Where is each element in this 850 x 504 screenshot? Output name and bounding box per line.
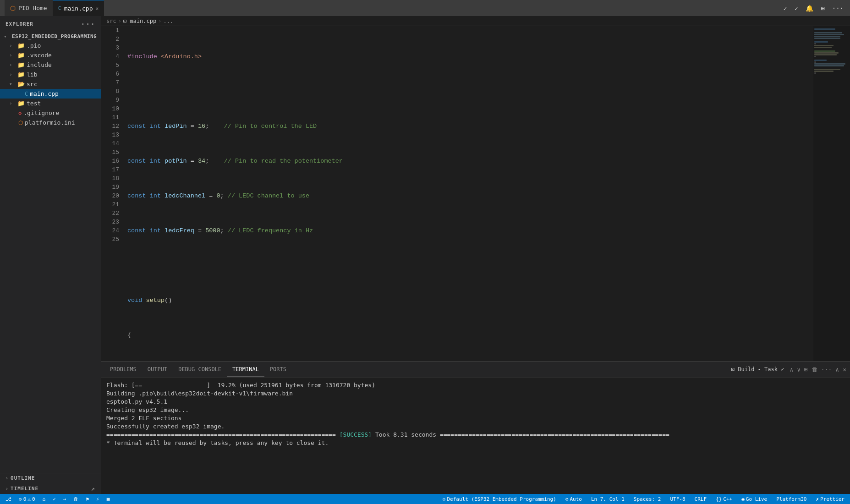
tab-problems[interactable]: PROBLEMS: [104, 362, 142, 377]
sidebar-item-platformio[interactable]: ⬡ platformio.ini: [0, 118, 101, 127]
golive-icon: ◉: [741, 496, 745, 502]
timeline-label: TIMELINE: [11, 486, 38, 492]
trash-panel-icon[interactable]: 🗑: [812, 366, 817, 373]
status-auto[interactable]: ⚙ Auto: [564, 496, 584, 502]
panel-actions: ⊡ Build - Task ✓ ∧ ∨ ⊞ 🗑 ··· ∧ ✕: [731, 366, 846, 373]
sidebar-item-main-cpp[interactable]: C main.cpp: [0, 89, 101, 99]
status-ln-col[interactable]: Ln 7, Col 1: [589, 496, 626, 502]
cpp-tab-icon: C: [58, 5, 61, 11]
terminal-line-4: Creating esp32 image...: [106, 406, 845, 414]
tab-debug-console[interactable]: DEBUG CONSOLE: [173, 362, 227, 377]
sidebar-item-src[interactable]: ▾ 📂 src: [0, 79, 101, 89]
env-label: Default (ESP32_Embedded_Programming): [447, 496, 556, 502]
checkmark-icon[interactable]: ✓: [781, 4, 789, 13]
timeline-section-header[interactable]: › TIMELINE ↗: [0, 483, 101, 494]
lang-label: C++: [723, 496, 732, 502]
trash-icon: 🗑: [73, 496, 78, 502]
status-go-live[interactable]: ◉ Go Live: [740, 496, 769, 502]
sidebar-item-gitignore[interactable]: ⚙ .gitignore: [0, 108, 101, 118]
tab-output[interactable]: OUTPUT: [142, 362, 173, 377]
warning-icon: ⚠: [27, 496, 31, 502]
code-line-3: const int ledPin = 16; // Pin to control…: [127, 122, 813, 131]
sidebar-more-button[interactable]: ···: [81, 20, 95, 28]
status-default-env[interactable]: ⊙ Default (ESP32_Embedded_Programming): [441, 496, 558, 502]
folder-icon: 📁: [17, 71, 25, 78]
tab-main-cpp[interactable]: C main.cpp ✕: [53, 0, 104, 16]
status-terminal[interactable]: ▦: [105, 496, 112, 502]
status-spaces[interactable]: Spaces: 2: [632, 496, 663, 502]
sidebar-item-test[interactable]: › 📁 test: [0, 99, 101, 108]
status-platformio[interactable]: PlatformIO: [774, 496, 808, 502]
status-lang[interactable]: {} C++: [714, 496, 734, 502]
status-flag[interactable]: ⚑: [84, 496, 91, 502]
output-tab-label: OUTPUT: [148, 366, 167, 373]
status-eol[interactable]: CRLF: [693, 496, 709, 502]
bell-icon[interactable]: 🔔: [804, 4, 815, 13]
sidebar-vscode-label: .vscode: [27, 52, 52, 59]
title-bar: ⬡ PIO Home C main.cpp ✕ ✓ ✓ 🔔 ⊞ ···: [0, 0, 850, 16]
status-encoding[interactable]: UTF-8: [668, 496, 687, 502]
status-arrow[interactable]: →: [61, 496, 68, 502]
sidebar-pio-label: .pio: [27, 42, 41, 49]
breadcrumb-src[interactable]: src: [106, 18, 116, 24]
more-icon[interactable]: ···: [830, 4, 845, 13]
check2-icon[interactable]: ✓: [793, 4, 800, 13]
tab-terminal[interactable]: TERMINAL: [227, 362, 264, 377]
error-count: 0: [23, 496, 27, 502]
auto-label: Auto: [570, 496, 582, 502]
code-content: #include <Arduino.h> const int ledPin = …: [124, 26, 813, 361]
terminal-line-7: ========================================…: [106, 431, 845, 439]
breadcrumb-dots[interactable]: ...: [163, 18, 173, 24]
status-plug[interactable]: ⚡: [94, 496, 101, 502]
sidebar-header: EXPLORER ···: [0, 16, 101, 32]
status-prettier[interactable]: ✗ Prettier: [814, 496, 846, 502]
code-line-9: {: [127, 331, 813, 340]
build-task-label: ⊡ Build - Task ✓: [731, 366, 784, 373]
sidebar-lib-label: lib: [27, 71, 37, 78]
code-line-5: const int ledcChannel = 0; // LEDC chann…: [127, 192, 813, 200]
status-home[interactable]: ⌂: [41, 496, 48, 502]
sidebar-item-vscode[interactable]: › 📁 .vscode: [0, 50, 101, 60]
terminal-line-6: Successfully created esp32 image.: [106, 422, 845, 431]
terminal-line-2: Building .pio\build\esp32doit-devkit-v1\…: [106, 389, 845, 398]
pio-home-tab-label: PIO Home: [18, 5, 47, 11]
breadcrumb-main-cpp[interactable]: ⊡ main.cpp: [123, 18, 156, 24]
panel-close-icon[interactable]: ✕: [843, 366, 846, 373]
sidebar-item-lib[interactable]: › 📁 lib: [0, 70, 101, 79]
tab-close-button[interactable]: ✕: [95, 5, 99, 11]
arrow-icon: →: [63, 496, 66, 502]
split-panel-icon[interactable]: ⊞: [804, 366, 808, 373]
timeline-icon: ↗: [91, 485, 95, 492]
chevron-down-icon: ▾: [9, 81, 16, 87]
plug-icon: ⚡: [96, 496, 99, 502]
chevron-up-icon[interactable]: ∧: [790, 366, 793, 373]
folder-icon: 📁: [17, 42, 25, 49]
sidebar-item-esp32[interactable]: ▾ ESP32_EMBEDDED_PROGRAMMING: [0, 32, 101, 41]
status-errors[interactable]: ⊘ 0 ⚠ 0: [17, 496, 37, 502]
tab-pio-home[interactable]: ⬡ PIO Home: [5, 0, 53, 16]
status-trash[interactable]: 🗑: [71, 496, 80, 502]
chevron-down-panel-icon[interactable]: ∨: [797, 366, 801, 373]
layout-icon[interactable]: ⊞: [819, 4, 826, 13]
panel-maximize-icon[interactable]: ∧: [835, 366, 839, 373]
auto-icon: ⚙: [565, 496, 569, 502]
code-line-1: #include <Arduino.h>: [127, 52, 813, 61]
env-icon: ⊙: [443, 496, 446, 502]
tab-ports[interactable]: PORTS: [264, 362, 292, 377]
main-container: EXPLORER ··· ▾ ESP32_EMBEDDED_PROGRAMMIN…: [0, 16, 850, 494]
code-editor[interactable]: 12345 678910 1112131415 1617181920 21222…: [101, 26, 850, 361]
breadcrumb-sep2: ›: [158, 18, 161, 24]
status-check[interactable]: ✓: [51, 496, 58, 502]
debug-console-tab-label: DEBUG CONSOLE: [178, 366, 221, 373]
sidebar-include-label: include: [27, 61, 52, 68]
terminal-content[interactable]: Flash: [== ] 19.2% (used 251961 bytes fr…: [101, 378, 850, 494]
outline-section-header[interactable]: › OUTLINE: [0, 473, 101, 483]
sidebar-item-pio[interactable]: › 📁 .pio: [0, 41, 101, 50]
sidebar-item-include[interactable]: › 📁 include: [0, 60, 101, 70]
status-branch[interactable]: ⎇: [4, 496, 13, 502]
code-line-6: const int ledcFreq = 5000; // LEDC frequ…: [127, 226, 813, 235]
sidebar: EXPLORER ··· ▾ ESP32_EMBEDDED_PROGRAMMIN…: [0, 16, 101, 494]
code-line-2: [127, 87, 813, 96]
panel-more-icon[interactable]: ···: [821, 366, 832, 373]
terminal-line-3: esptool.py v4.5.1: [106, 398, 845, 406]
